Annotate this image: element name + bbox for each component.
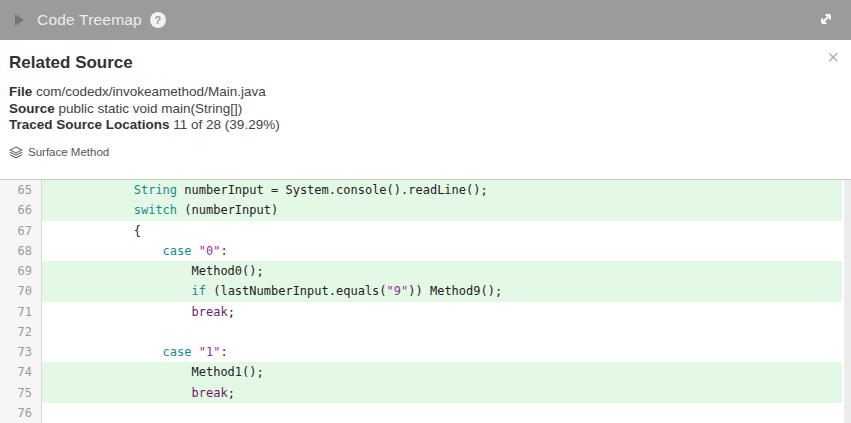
- line-number: 70: [0, 281, 42, 301]
- code-line-text: [42, 322, 842, 342]
- help-icon[interactable]: ?: [150, 12, 166, 28]
- surface-method-label: Surface Method: [28, 146, 109, 158]
- related-source-panel: × Related Source File com/codedx/invokea…: [0, 40, 851, 180]
- treemap-section-header[interactable]: Code Treemap ?: [0, 0, 851, 40]
- line-number: 74: [0, 362, 42, 382]
- code-line-text: Method0();: [42, 261, 842, 281]
- code-line-text: {: [42, 221, 842, 241]
- code-line-text: String numberInput = System.console().re…: [42, 180, 842, 200]
- surface-method-tag: Surface Method: [9, 146, 839, 159]
- code-line: 73 case "1":: [0, 342, 851, 362]
- source-label: Source: [9, 101, 55, 116]
- code-line: 66 switch (numberInput): [0, 200, 851, 220]
- code-line-text: break;: [42, 302, 842, 322]
- traced-locations-field: Traced Source Locations 11 of 28 (39.29%…: [9, 117, 839, 134]
- treemap-section-title: Code Treemap: [37, 11, 142, 29]
- expand-icon[interactable]: [817, 10, 835, 28]
- code-line-text: [42, 403, 842, 423]
- line-number: 71: [0, 302, 42, 322]
- vertical-scrollbar[interactable]: [844, 180, 851, 423]
- code-line-text: case "1":: [42, 342, 842, 362]
- code-line: 68 case "0":: [0, 241, 851, 261]
- line-number: 72: [0, 322, 42, 342]
- line-number: 68: [0, 241, 42, 261]
- line-number: 65: [0, 180, 42, 200]
- file-label: File: [9, 84, 32, 99]
- code-line-text: break;: [42, 383, 842, 403]
- code-line: 69 Method0();: [0, 261, 851, 281]
- traced-locations-value: 11 of 28 (39.29%): [173, 117, 279, 132]
- source-value: public static void main(String[]): [59, 101, 243, 116]
- line-number: 73: [0, 342, 42, 362]
- traced-locations-label: Traced Source Locations: [9, 117, 170, 132]
- line-number: 76: [0, 403, 42, 423]
- layers-icon: [9, 146, 23, 159]
- file-value: com/codedx/invokeamethod/Main.java: [36, 84, 266, 99]
- line-number: 69: [0, 261, 42, 281]
- panel-title: Related Source: [9, 53, 839, 73]
- code-line: 74 Method1();: [0, 362, 851, 382]
- source-field: Source public static void main(String[]): [9, 101, 839, 118]
- close-icon[interactable]: ×: [827, 48, 839, 66]
- code-line-text: switch (numberInput): [42, 200, 842, 220]
- code-line-text: if (lastNumberInput.equals("9")) Method9…: [42, 281, 842, 301]
- code-lines: 65 String numberInput = System.console()…: [0, 180, 851, 423]
- code-line-text: Method1();: [42, 362, 842, 382]
- line-number: 67: [0, 221, 42, 241]
- code-line-text: case "0":: [42, 241, 842, 261]
- code-line: 67 {: [0, 221, 851, 241]
- code-editor: 65 String numberInput = System.console()…: [0, 180, 851, 423]
- collapse-triangle-icon[interactable]: [15, 14, 24, 26]
- code-line: 71 break;: [0, 302, 851, 322]
- line-number: 66: [0, 200, 42, 220]
- code-line: 76: [0, 403, 851, 423]
- code-line: 75 break;: [0, 383, 851, 403]
- code-line: 65 String numberInput = System.console()…: [0, 180, 851, 200]
- file-field: File com/codedx/invokeamethod/Main.java: [9, 84, 839, 101]
- line-number: 75: [0, 383, 42, 403]
- code-line: 72: [0, 322, 851, 342]
- code-line: 70 if (lastNumberInput.equals("9")) Meth…: [0, 281, 851, 301]
